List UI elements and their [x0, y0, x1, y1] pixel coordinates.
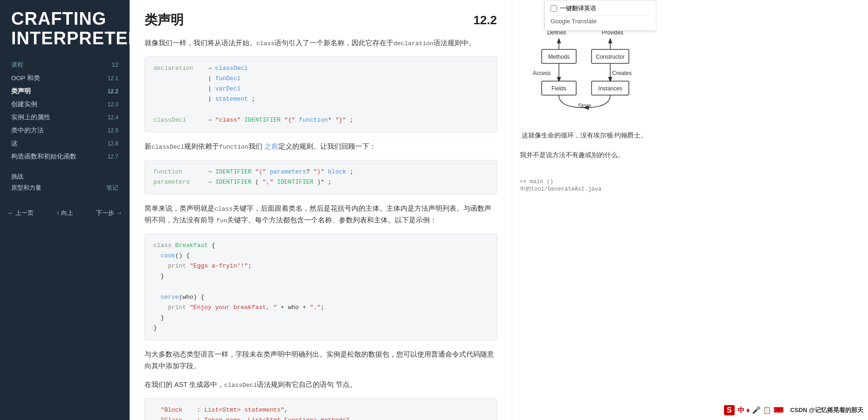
svg-text:Methods: Methods: [548, 54, 569, 60]
code-ref-file: 中的tool/GenerateAst.java: [520, 185, 649, 193]
sidebar-title: CRAFTINGINTERPRETERS: [0, 0, 130, 56]
csdn-logo: S: [724, 405, 735, 415]
diagram-area: Defines Provides Methods Constructor Acc…: [520, 26, 649, 141]
sidebar-item-num: 12.3: [108, 101, 118, 108]
sidebar-item-num: 12.2: [108, 88, 118, 95]
para4: 与大多数动态类型语言一样，字段未在类声明中明确列出。实例是松散的数据包，您可以使…: [145, 349, 497, 372]
sidebar-item-label: 构造函数和初始化函数: [11, 152, 76, 161]
class-diagram-svg: Defines Provides Methods Constructor Acc…: [524, 26, 645, 124]
grammar-block-1: declaration → classDecl | funDecl | varD…: [145, 56, 497, 132]
page-header: 类声明 12.2: [145, 11, 497, 29]
right-lower-text: 我并不是说方法不有趣或别的什么。: [520, 150, 649, 160]
before-link[interactable]: 之前: [264, 143, 278, 150]
sidebar-item-this[interactable]: 这 12.6: [0, 137, 130, 150]
prev-page-link[interactable]: ← 上一页: [7, 209, 34, 217]
translate-checkbox-row: 一键翻译英语: [551, 4, 650, 13]
sidebar-bottom: 挑战 原型和力量 笔记: [0, 163, 130, 200]
sidebar-item-num: 12.5: [108, 127, 118, 134]
sidebar-nav: OOP 和类 12.1 类声明 12.2 创建实例 12.3 实例上的属性 12…: [0, 72, 130, 163]
svg-text:Constructor: Constructor: [595, 54, 624, 60]
sidebar-item-label: 类声明: [11, 87, 31, 96]
translate-box: 一键翻译英语 Google Translate: [544, 0, 656, 31]
svg-text:Fields: Fields: [551, 85, 566, 92]
content-area: 类声明 12.2 就像我们一样，我们将从语法开始。class语句引入了一个新名称…: [130, 0, 512, 420]
para3: 简单来说，类声明就是class关键字，后面跟着类名，然后是花括号内的主体。主体内…: [145, 203, 497, 226]
para2: 新classDecl规则依赖于function我们 之前定义的规则。让我们回顾一…: [145, 141, 497, 152]
sidebar-section: 课程 12: [0, 56, 130, 72]
para5: 在我们的 AST 生成器中，classDecl语法规则有它自己的语句 节点。: [145, 379, 497, 391]
sidebar-item-num: 12.1: [108, 75, 118, 82]
sidebar-item-class-decl[interactable]: 类声明 12.2: [0, 85, 130, 98]
svg-text:Instances: Instances: [598, 85, 622, 92]
page-section-num: 12.2: [473, 13, 497, 28]
intro-para: 就像我们一样，我们将从语法开始。class语句引入了一个新名称，因此它存在于de…: [145, 37, 497, 49]
svg-text:Store: Store: [578, 103, 591, 109]
ast-block: "Block : List<Stmt> statements", "Class …: [145, 398, 497, 420]
sidebar-item-constructor[interactable]: 构造函数和初始化函数 12.7: [0, 150, 130, 163]
next-page-link[interactable]: 下一步 →: [96, 209, 122, 217]
grammar-block-2: function → IDENTIFIER "(" parameters? ")…: [145, 160, 497, 194]
sidebar-item-num: 12.6: [108, 140, 118, 147]
code-ref-label: << main (): [520, 179, 649, 185]
notes-link[interactable]: 笔记: [106, 184, 118, 192]
sidebar-section-label: 课程: [11, 61, 23, 69]
sidebar-item-class-methods[interactable]: 类中的方法 12.5: [0, 124, 130, 137]
sidebar-pagination: ← 上一页 ↑ 向上 下一步 →: [0, 205, 130, 221]
notes-label: 原型和力量: [11, 184, 41, 192]
notes-row: 原型和力量 笔记: [11, 184, 118, 192]
sidebar-item-label: 实例上的属性: [11, 113, 50, 122]
challenge-label[interactable]: 挑战: [11, 172, 118, 181]
svg-text:Access: Access: [532, 70, 551, 76]
sidebar: CRAFTINGINTERPRETERS 课程 12 OOP 和类 12.1 类…: [0, 0, 130, 420]
sidebar-item-num: 12.4: [108, 114, 118, 121]
translate-checkbox-label: 一键翻译英语: [560, 4, 596, 13]
sidebar-item-num: 12.7: [108, 153, 118, 160]
csdn-text: CSDN @记忆摇晃着的那天: [790, 406, 863, 414]
svg-text:Creates: Creates: [612, 70, 631, 76]
csdn-watermark: S 中 ♦ 🎤 📋 ⌨ CSDN @记忆摇晃着的那天: [724, 405, 863, 415]
google-translate-label[interactable]: Google Translate: [551, 15, 650, 27]
sidebar-section-num: 12: [112, 61, 118, 68]
sidebar-item-create-instance[interactable]: 创建实例 12.3: [0, 98, 130, 111]
sidebar-item-instance-props[interactable]: 实例上的属性 12.4: [0, 111, 130, 124]
csdn-icons: 中 ♦ 🎤 📋 ⌨: [737, 406, 784, 415]
main-content: 类声明 12.2 就像我们一样，我们将从语法开始。class语句引入了一个新名称…: [130, 0, 868, 420]
translate-checkbox[interactable]: [551, 5, 557, 12]
right-panel: 一键翻译英语 Google Translate Defines Provides…: [512, 0, 656, 420]
sidebar-item-label: OOP 和类: [11, 74, 40, 83]
sidebar-item-label: 创建实例: [11, 100, 37, 109]
up-link[interactable]: ↑ 向上: [56, 209, 73, 217]
code-example-block: class Breakfast { cook() { print "Eggs a…: [145, 234, 497, 340]
sidebar-item-label: 这: [11, 139, 18, 148]
code-ref: << main () 中的tool/GenerateAst.java: [520, 179, 649, 193]
page-title: 类声明: [145, 11, 184, 29]
sidebar-item-oop[interactable]: OOP 和类 12.1: [0, 72, 130, 85]
sidebar-item-label: 类中的方法: [11, 126, 44, 135]
diagram-caption: 这就像生命的循环，没有埃尔顿·约翰爵士。: [520, 131, 649, 141]
